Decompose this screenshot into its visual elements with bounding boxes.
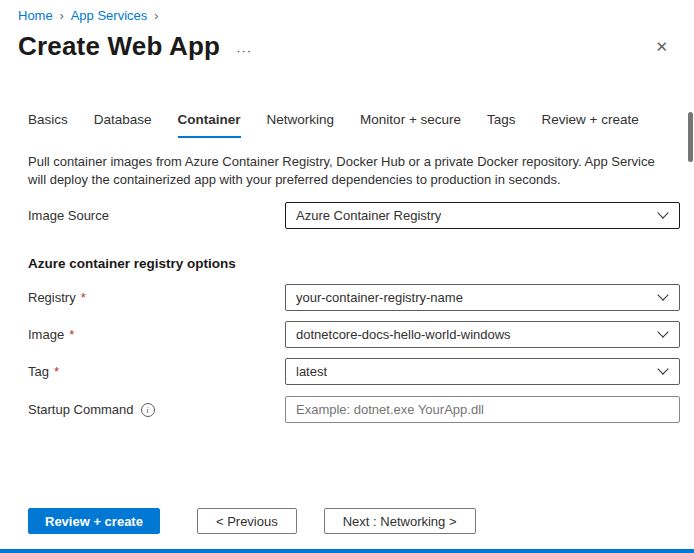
tag-label-text: Tag [28,364,49,379]
image-label: Image * [28,327,285,342]
breadcrumb-separator-icon: › [60,9,64,23]
registry-label: Registry * [28,290,285,305]
image-source-label: Image Source [28,208,285,223]
tab-monitor-secure[interactable]: Monitor + secure [360,112,461,138]
image-source-label-text: Image Source [28,208,109,223]
tab-bar: Basics Database Container Networking Mon… [28,112,639,138]
tab-networking[interactable]: Networking [267,112,335,138]
startup-command-input-wrap [285,396,680,423]
chevron-down-icon [657,289,668,300]
tag-value: latest [296,364,327,379]
startup-command-label: Startup Command i [28,402,285,417]
bottom-accent-bar [0,549,694,553]
tag-dropdown[interactable]: latest [285,358,680,385]
close-icon[interactable]: ✕ [655,39,668,54]
vertical-scrollbar-thumb[interactable] [688,112,693,162]
breadcrumb-separator-icon: › [154,9,158,23]
registry-label-text: Registry [28,290,76,305]
image-source-dropdown[interactable]: Azure Container Registry [285,202,680,229]
startup-command-row: Startup Command i [28,396,680,423]
acr-options-section-title: Azure container registry options [28,256,236,271]
chevron-down-icon [657,207,668,218]
required-marker: * [81,290,86,305]
registry-value: your-container-registry-name [296,290,463,305]
more-options-icon[interactable]: ··· [236,43,252,58]
description-text: Pull container images from Azure Contain… [28,153,676,189]
tag-row: Tag * latest [28,358,680,385]
image-row: Image * dotnetcore-docs-hello-world-wind… [28,321,680,348]
review-create-button[interactable]: Review + create [28,508,160,534]
tab-tags[interactable]: Tags [487,112,516,138]
tag-label: Tag * [28,364,285,379]
breadcrumb-link-home[interactable]: Home [18,8,53,23]
page-title: Create Web App [18,31,220,62]
registry-dropdown[interactable]: your-container-registry-name [285,284,680,311]
footer-actions: Review + create < Previous Next : Networ… [28,508,476,534]
tab-database[interactable]: Database [94,112,152,138]
breadcrumb-link-app-services[interactable]: App Services [71,8,148,23]
breadcrumb: Home › App Services › [18,8,158,23]
next-networking-button[interactable]: Next : Networking > [324,508,476,534]
tab-container[interactable]: Container [178,112,241,138]
info-icon[interactable]: i [141,403,155,417]
startup-command-input[interactable] [286,397,679,422]
required-marker: * [54,364,59,379]
tab-review-create[interactable]: Review + create [542,112,639,138]
title-row: Create Web App ··· [18,31,252,62]
image-source-row: Image Source Azure Container Registry [28,202,680,229]
tab-basics[interactable]: Basics [28,112,68,138]
startup-command-label-text: Startup Command [28,402,134,417]
previous-button[interactable]: < Previous [197,508,297,534]
registry-row: Registry * your-container-registry-name [28,284,680,311]
chevron-down-icon [657,363,668,374]
create-web-app-page: Home › App Services › Create Web App ···… [0,0,694,553]
image-label-text: Image [28,327,64,342]
image-value: dotnetcore-docs-hello-world-windows [296,327,511,342]
required-marker: * [69,327,74,342]
image-source-value: Azure Container Registry [296,208,441,223]
chevron-down-icon [657,326,668,337]
image-dropdown[interactable]: dotnetcore-docs-hello-world-windows [285,321,680,348]
